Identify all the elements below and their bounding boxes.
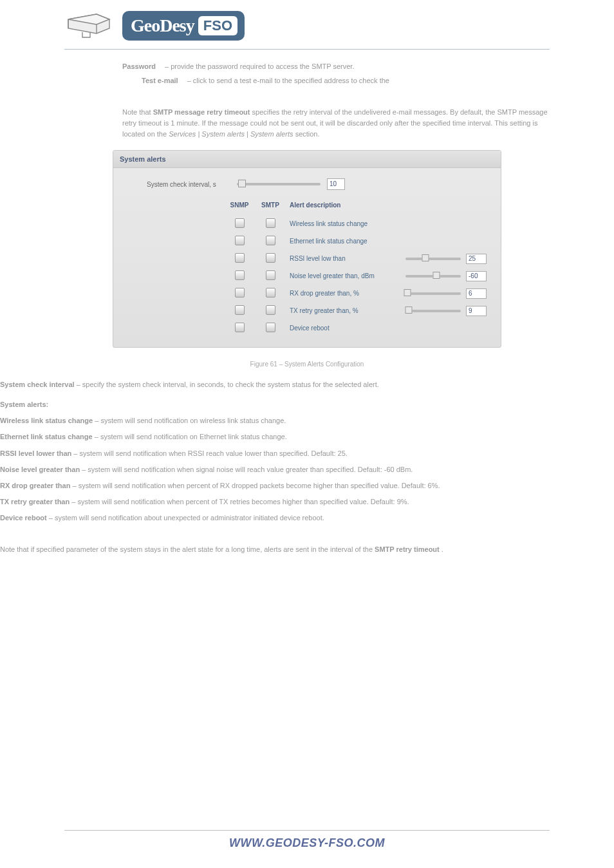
interval-label: System check interval, s [147,181,237,188]
snmp-checkbox[interactable] [235,288,245,297]
brand-geodesy-text: GeoDesy [129,15,198,36]
table-row: Noise level greater than, dBm-60 [124,267,490,285]
slider-thumb-icon[interactable] [404,289,411,296]
interval-slider[interactable] [237,183,321,185]
note-block-2: Note that if specified parameter of the … [0,542,614,558]
note-block-1: Note that SMTP message retry timeout spe… [0,104,614,142]
page-header: GeoDesy FSO [0,0,614,46]
camera-icon [64,10,113,41]
snmp-checkbox[interactable] [235,323,245,332]
system-alerts-lead: System alerts: [0,397,614,413]
table-row: Ethernet link status change [124,232,490,250]
table-row: RSSI level low than25 [124,250,490,267]
password-label: Password [122,62,156,70]
snmp-checkbox[interactable] [235,253,245,263]
note-strong: SMTP message retry timeout [153,108,250,116]
alert-description: RSSI level low than [286,250,402,267]
interval-row: System check interval, s 10 [124,178,490,199]
alert-description: RX drop greater than, % [286,285,402,302]
password-text: – provide the password required to acces… [165,62,355,70]
table-row: Wireless link status change [124,215,490,232]
smtp-checkbox[interactable] [266,253,275,263]
alert-description: Ethernet link status change [286,232,402,250]
def-check-interval: System check interval – specify the syst… [0,377,614,393]
smtp-checkbox[interactable] [266,270,275,280]
table-row: Device reboot [124,319,490,337]
footer-divider [64,830,550,831]
alert-description: TX retry greater than, % [286,302,402,319]
table-row: RX drop greater than, %6 [124,285,490,302]
def-noise: Noise level greater than – system will s… [0,462,614,478]
note-leadin: Note that [122,108,153,116]
interval-value-input[interactable]: 10 [327,178,345,190]
slider-thumb-icon[interactable] [238,180,246,187]
threshold-slider[interactable] [405,275,461,278]
smtp-checkbox[interactable] [266,288,275,297]
table-row: TX retry greater than, %9 [124,302,490,319]
col-header-smtp: SMTP [255,199,286,215]
panel-title: System alerts [113,151,501,168]
def-rssi: RSSI level lower than – system will send… [0,446,614,462]
def-ethernet: Ethernet link status change – system wil… [0,429,614,445]
snmp-checkbox[interactable] [235,270,245,280]
alert-description: Device reboot [286,319,402,337]
threshold-input[interactable]: 6 [466,288,487,299]
snmp-checkbox[interactable] [235,218,245,228]
test-email-label: Test e-mail [142,77,178,84]
alert-description: Noise level greater than, dBm [286,267,402,285]
smtp-checkbox[interactable] [266,218,275,228]
top-definition-block: Password – provide the password required… [0,50,614,86]
note-tail1: section. [295,130,320,138]
smtp-checkbox[interactable] [266,305,275,315]
threshold-input[interactable]: 9 [466,306,487,316]
brand-fso-text: FSO [198,16,237,35]
figure-caption: Figure 61 – System Alerts Configuration [0,361,614,368]
def-reboot: Device reboot – system will send notific… [0,510,614,526]
footer-url: WWW.GEODESY-FSO.COM [0,836,614,850]
threshold-input[interactable]: -60 [466,271,487,281]
snmp-checkbox[interactable] [235,305,245,315]
threshold-input[interactable]: 25 [466,254,487,264]
threshold-slider[interactable] [405,310,461,312]
def-tx: TX retry greater than – system will send… [0,494,614,510]
def-rx: RX drop greater than – system will send … [0,478,614,494]
snmp-checkbox[interactable] [235,236,245,245]
smtp-checkbox[interactable] [266,323,275,332]
smtp-checkbox[interactable] [266,236,275,245]
system-alerts-panel: System alerts System check interval, s 1… [113,150,501,348]
def-wireless: Wireless link status change – system wil… [0,413,614,429]
brand-logo: GeoDesy FSO [122,11,245,41]
alert-description: Wireless link status change [286,215,402,232]
threshold-slider[interactable] [405,258,461,260]
note-path: Services | System alerts | System alerts [169,130,293,138]
threshold-slider[interactable] [405,292,461,295]
col-header-snmp: SNMP [224,199,255,215]
slider-thumb-icon[interactable] [433,272,440,279]
col-header-desc: Alert description [286,199,402,215]
alerts-table: SNMP SMTP Alert description Wireless lin… [124,199,490,337]
test-email-text: – click to send a test e-mail to the spe… [187,77,389,84]
slider-thumb-icon[interactable] [405,307,413,314]
slider-thumb-icon[interactable] [422,254,429,261]
